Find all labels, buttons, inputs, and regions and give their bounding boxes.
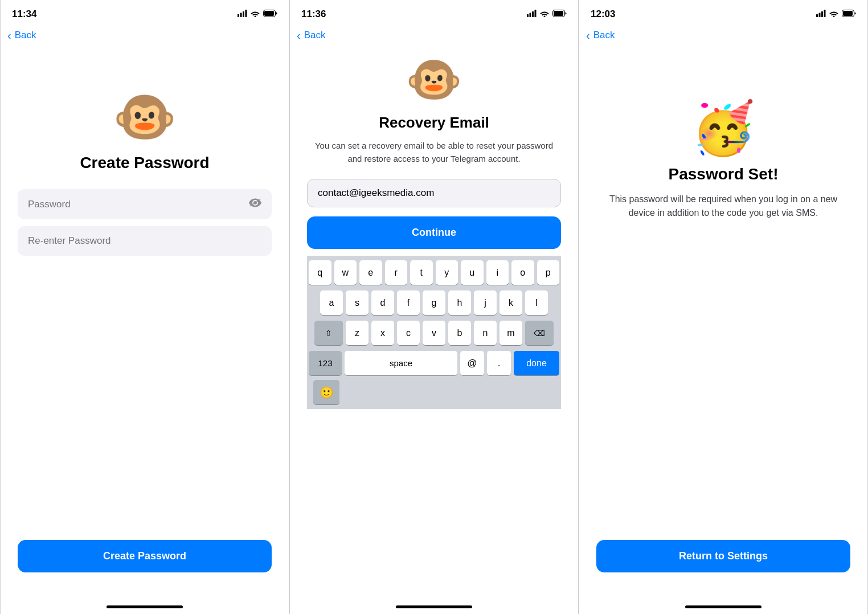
eye-icon[interactable] <box>249 198 261 210</box>
status-time-1: 11:34 <box>12 9 36 20</box>
key-done[interactable]: done <box>514 351 559 375</box>
reenter-password-input[interactable] <box>28 235 261 247</box>
svg-rect-2 <box>243 11 244 17</box>
home-indicator-1 <box>107 605 183 608</box>
status-time-2: 11:36 <box>301 9 326 20</box>
svg-rect-14 <box>819 13 821 18</box>
reenter-password-field-container <box>18 226 272 256</box>
key-o[interactable]: o <box>511 260 534 285</box>
key-h[interactable]: h <box>448 290 471 315</box>
continue-button[interactable]: Continue <box>307 216 561 249</box>
status-bar-2: 11:36 <box>290 0 578 25</box>
status-icons-2 <box>527 9 567 19</box>
key-a[interactable]: a <box>320 290 343 315</box>
screen3-desc: This password will be required when you … <box>596 193 850 220</box>
back-button-2[interactable]: ‹ Back <box>290 25 578 46</box>
key-v[interactable]: v <box>423 321 445 345</box>
key-c[interactable]: c <box>397 321 420 345</box>
password-input[interactable] <box>28 199 249 210</box>
email-input[interactable] <box>318 187 550 199</box>
key-l[interactable]: l <box>525 290 548 315</box>
back-label-3: Back <box>593 30 615 41</box>
battery-icon-2 <box>552 9 567 19</box>
screen3-title: Password Set! <box>669 165 779 183</box>
key-d[interactable]: d <box>371 290 394 315</box>
back-chevron-1: ‹ <box>7 30 11 41</box>
signal-icon-2 <box>527 9 537 19</box>
create-password-button[interactable]: Create Password <box>18 540 272 572</box>
key-z[interactable]: z <box>346 321 369 345</box>
status-bar-3: 12:03 <box>579 0 867 25</box>
key-t[interactable]: t <box>410 260 433 285</box>
key-p[interactable]: p <box>537 260 560 285</box>
key-y[interactable]: y <box>436 260 458 285</box>
back-button-3[interactable]: ‹ Back <box>579 25 867 46</box>
screen2-desc: You can set a recovery email to be able … <box>307 140 561 165</box>
screen3-content: 🥳 Password Set! This password will be re… <box>579 46 867 601</box>
keyboard-row-2: a s d f g h j k l <box>309 290 559 315</box>
key-x[interactable]: x <box>371 321 394 345</box>
signal-icon-3 <box>816 9 826 19</box>
keyboard: q w e r t y u i o p a s d f g h j k <box>307 256 561 409</box>
key-k[interactable]: k <box>499 290 522 315</box>
key-at[interactable]: @ <box>460 351 484 375</box>
svg-rect-10 <box>535 10 537 17</box>
back-label-2: Back <box>304 30 326 41</box>
key-g[interactable]: g <box>423 290 445 315</box>
back-label-1: Back <box>15 30 36 41</box>
monkey-emoji-1: 🐵 <box>113 91 177 142</box>
back-chevron-2: ‹ <box>297 30 301 41</box>
screen3: 12:03 <box>579 0 868 614</box>
svg-rect-3 <box>245 10 247 17</box>
key-q[interactable]: q <box>309 260 331 285</box>
svg-rect-5 <box>264 11 274 16</box>
svg-rect-12 <box>554 11 563 16</box>
key-j[interactable]: j <box>474 290 497 315</box>
svg-rect-8 <box>530 13 531 18</box>
key-backspace[interactable]: ⌫ <box>525 321 554 345</box>
home-indicator-3 <box>685 605 761 608</box>
status-icons-1 <box>238 9 277 19</box>
status-icons-3 <box>816 9 856 19</box>
svg-rect-16 <box>824 10 826 17</box>
svg-rect-1 <box>240 13 242 18</box>
back-chevron-3: ‹ <box>586 30 590 41</box>
screen1: 11:34 <box>0 0 289 614</box>
email-input-container <box>307 179 561 207</box>
svg-rect-13 <box>816 14 818 17</box>
signal-icon-1 <box>238 9 247 19</box>
back-button-1[interactable]: ‹ Back <box>1 25 289 46</box>
key-123[interactable]: 123 <box>309 351 342 375</box>
key-r[interactable]: r <box>385 260 408 285</box>
password-field-container <box>18 189 272 219</box>
wifi-icon-1 <box>251 9 260 19</box>
key-s[interactable]: s <box>346 290 369 315</box>
keyboard-bottom-row: 123 space @ . done <box>309 351 559 375</box>
key-u[interactable]: u <box>461 260 484 285</box>
wifi-icon-2 <box>540 9 549 19</box>
key-m[interactable]: m <box>499 321 522 345</box>
home-indicator-2 <box>396 605 472 608</box>
screen1-content: 🐵 Create Password Create Password <box>1 46 289 601</box>
return-to-settings-button[interactable]: Return to Settings <box>596 540 850 572</box>
party-emoji: 🥳 <box>691 103 755 154</box>
key-e[interactable]: e <box>359 260 382 285</box>
key-shift[interactable]: ⇧ <box>314 321 343 345</box>
key-b[interactable]: b <box>448 321 471 345</box>
monkey-emoji-2: 🐵 <box>406 57 462 103</box>
key-i[interactable]: i <box>486 260 509 285</box>
status-bar-1: 11:34 <box>1 0 289 25</box>
svg-rect-9 <box>532 11 534 17</box>
wifi-icon-3 <box>829 9 838 19</box>
key-n[interactable]: n <box>474 321 497 345</box>
status-time-3: 12:03 <box>591 9 615 20</box>
key-space[interactable]: space <box>345 351 457 375</box>
svg-rect-7 <box>527 14 529 17</box>
key-dot[interactable]: . <box>487 351 511 375</box>
screen1-title: Create Password <box>80 154 209 172</box>
key-emoji[interactable]: 🙂 <box>313 380 339 404</box>
keyboard-row-1: q w e r t y u i o p <box>309 260 559 285</box>
key-f[interactable]: f <box>397 290 420 315</box>
key-w[interactable]: w <box>334 260 357 285</box>
screen2-title: Recovery Email <box>379 114 489 132</box>
